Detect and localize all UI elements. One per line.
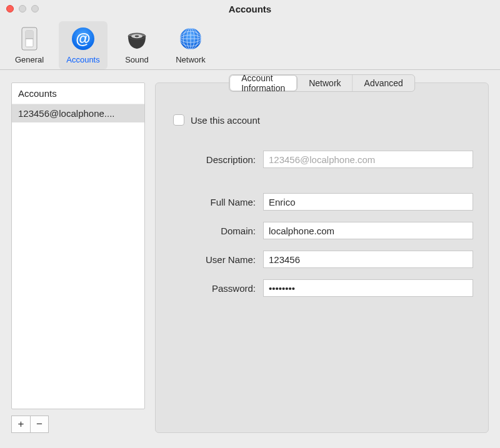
add-remove-controls: + − bbox=[11, 416, 145, 433]
use-account-checkbox[interactable] bbox=[173, 114, 184, 126]
svg-point-9 bbox=[135, 36, 139, 37]
use-account-row: Use this account bbox=[173, 114, 473, 126]
domain-input[interactable] bbox=[263, 222, 473, 239]
globe-icon bbox=[177, 25, 204, 52]
domain-label: Domain: bbox=[171, 226, 263, 236]
domain-row: Domain: bbox=[171, 222, 473, 239]
main-content: Accounts 123456@localphone.... + − Accou… bbox=[0, 70, 500, 444]
accounts-list: Accounts 123456@localphone.... bbox=[11, 82, 145, 409]
description-row: Description: bbox=[171, 151, 473, 168]
user-name-label: User Name: bbox=[171, 254, 263, 265]
svg-text:@: @ bbox=[76, 30, 90, 47]
toolbar-item-accounts[interactable]: @ Accounts bbox=[59, 21, 108, 69]
speaker-icon bbox=[123, 25, 151, 52]
toolbar-item-general[interactable]: General bbox=[5, 21, 54, 69]
user-name-input[interactable] bbox=[263, 251, 473, 268]
full-name-row: Full Name: bbox=[171, 193, 473, 211]
toolbar-item-label: General bbox=[15, 55, 44, 64]
tab-network[interactable]: Network bbox=[298, 75, 352, 91]
add-account-button[interactable]: + bbox=[11, 416, 30, 433]
toolbar-item-label: Network bbox=[176, 55, 206, 64]
at-icon: @ bbox=[69, 25, 97, 52]
detail-tabs: Account Information Network Advanced bbox=[229, 74, 415, 92]
tab-account-information[interactable]: Account Information bbox=[230, 76, 297, 91]
use-account-label: Use this account bbox=[191, 115, 260, 126]
password-row: Password: bbox=[171, 279, 473, 297]
svg-rect-2 bbox=[26, 31, 33, 39]
remove-account-button[interactable]: − bbox=[30, 416, 49, 433]
account-detail-panel: Account Information Network Advanced Use… bbox=[155, 82, 489, 433]
description-label: Description: bbox=[171, 154, 263, 165]
switch-icon bbox=[16, 25, 43, 52]
accounts-sidebar: Accounts 123456@localphone.... + − bbox=[11, 82, 145, 433]
password-input[interactable] bbox=[263, 279, 473, 297]
full-name-input[interactable] bbox=[263, 193, 473, 211]
preferences-toolbar: General @ Accounts Sound bbox=[0, 17, 500, 70]
toolbar-item-label: Accounts bbox=[66, 55, 99, 64]
account-form: Use this account Description: Full Name:… bbox=[156, 96, 488, 323]
window-title: Accounts bbox=[0, 4, 500, 14]
titlebar: Accounts bbox=[0, 0, 500, 17]
account-list-item[interactable]: 123456@localphone.... bbox=[12, 104, 144, 122]
full-name-label: Full Name: bbox=[171, 197, 263, 207]
password-label: Password: bbox=[171, 283, 263, 294]
toolbar-item-network[interactable]: Network bbox=[166, 21, 215, 69]
accounts-list-header: Accounts bbox=[12, 83, 144, 104]
tab-advanced[interactable]: Advanced bbox=[353, 75, 414, 91]
user-name-row: User Name: bbox=[171, 251, 473, 268]
toolbar-item-label: Sound bbox=[125, 55, 149, 64]
description-input[interactable] bbox=[263, 151, 473, 168]
toolbar-item-sound[interactable]: Sound bbox=[112, 21, 161, 69]
